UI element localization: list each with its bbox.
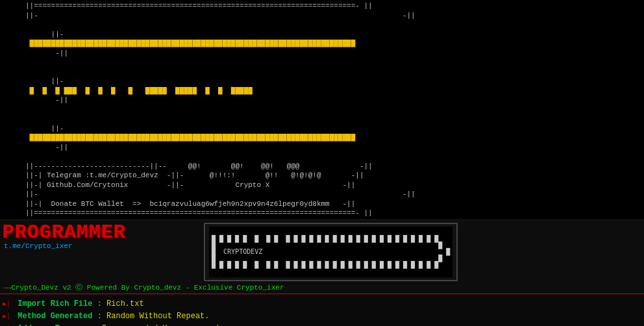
banner-github: ||-| Github.Com/Crytonix -||- Crypto X -… — [4, 181, 640, 190]
info-line-3: ▶| Address Type : Compressed / Uncompres… — [3, 323, 641, 326]
value-method: Random Without Repeat. — [106, 310, 209, 323]
label-import: Import Rich File : — [13, 298, 106, 310]
banner-yellow-logo3: ||- ████████████████████████████████████… — [4, 114, 640, 162]
main-container: ||======================================… — [0, 0, 644, 326]
ascii-banner: ||======================================… — [0, 0, 644, 220]
banner-btc: ||-| Donate BTC Wallet => bc1qrazvuluag6… — [4, 199, 640, 209]
banner-yellow-logo2: ||- █ █ █ ███ █ █ █ █ █████ █████ █ █ ██… — [4, 68, 640, 115]
value-import: Rich.txt — [106, 298, 144, 310]
play-icon-1: ▶| — [3, 299, 10, 310]
banner-line-end: ||======================================… — [4, 208, 640, 218]
label-address: Address Type : — [13, 323, 102, 326]
banner-line-empty: ||- -|| — [4, 190, 640, 199]
logo-left: PROGRAMMER t.me/Crypto_ixer — [3, 223, 204, 250]
label-method: Method Generated : — [13, 310, 106, 323]
info-section: ▶| Import Rich File : Rich.txt ▶| Method… — [0, 295, 644, 326]
banner-yellow-logo: ||- ████████████████████████████████████… — [4, 20, 640, 68]
cryptodevz-logo-box: █ █ █ █ █ █ █ █ █ █ █ █ █ █ █ █ █ █ █ █ … — [204, 223, 458, 281]
banner-line-1: ||======================================… — [4, 1, 640, 11]
version-arrow: → — [3, 284, 7, 292]
banner-line-sep: ||---------------------------||-- @@! @@… — [4, 162, 640, 171]
cryptodevz-pixel-art: █ █ █ █ █ █ █ █ █ █ █ █ █ █ █ █ █ █ █ █ … — [209, 227, 452, 277]
version-text: →Crypto_Devz v2 ⓒ Powered By Crypto_devz… — [7, 284, 284, 292]
logo-row: PROGRAMMER t.me/Crypto_ixer █ █ █ █ █ █ … — [0, 220, 644, 281]
banner-line-2: ||- -|| — [4, 11, 640, 21]
banner-telegram: ||-| Telegram :t.me/Crypto_devz -||- @!!… — [4, 171, 640, 181]
telegram-link: t.me/Crypto_ixer — [4, 242, 73, 250]
version-line: →→Crypto_Devz v2 ⓒ Powered By Crypto_dev… — [0, 281, 644, 294]
value-address: Compressed / Uncompressed. — [102, 323, 223, 326]
info-line-2: ▶| Method Generated : Random Without Rep… — [3, 310, 641, 323]
play-icon-2: ▶| — [3, 312, 10, 322]
programmer-logo: PROGRAMMER — [3, 223, 126, 242]
info-line-1: ▶| Import Rich File : Rich.txt — [3, 298, 641, 310]
